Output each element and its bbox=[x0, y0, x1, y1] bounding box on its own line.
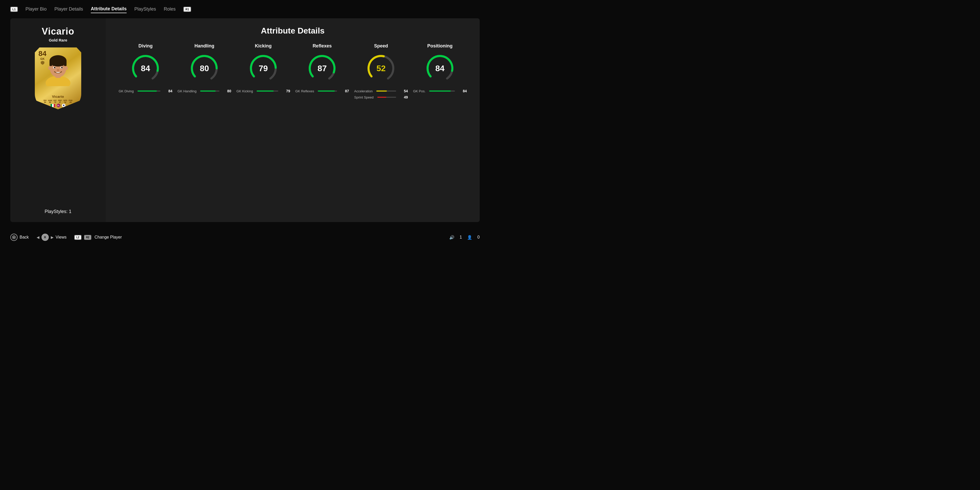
sound-count: 1 bbox=[460, 235, 462, 240]
svg-point-9 bbox=[61, 67, 63, 68]
sub-attr-gk-pos: GK Pos. 84 bbox=[413, 89, 467, 93]
r1-badge[interactable]: R1 bbox=[183, 7, 191, 12]
right-panel: Attribute Details Diving 84 GK Diving bbox=[106, 18, 480, 222]
sub-attr-gk-diving: GK Diving 84 bbox=[119, 89, 172, 93]
card-player-name: Vicario bbox=[52, 95, 64, 99]
main-content: Vicario Gold Rare 84 GK bbox=[10, 18, 480, 222]
card-stat-kic-value: 79 bbox=[54, 101, 56, 103]
sub-attr-name-gk-kicking: GK Kicking bbox=[237, 89, 253, 93]
r2-badge: R2 bbox=[84, 235, 92, 240]
gauge-value-handling: 80 bbox=[200, 64, 209, 73]
person-icon: 👤 bbox=[467, 235, 472, 240]
player-name: Vicario bbox=[42, 26, 74, 37]
right-arrow-icon: ▶ bbox=[51, 235, 54, 239]
gauge-value-kicking: 79 bbox=[259, 64, 268, 73]
back-button[interactable]: Back bbox=[10, 234, 29, 241]
change-player-button[interactable]: L2 R2 Change Player bbox=[74, 235, 122, 240]
card-stat-pos-value: 84 bbox=[70, 101, 72, 103]
diving-sub-attrs: GK Diving 84 bbox=[119, 89, 172, 93]
sub-attr-name-gk-pos: GK Pos. bbox=[413, 89, 426, 93]
card-stat-spd-value: 52 bbox=[64, 101, 66, 103]
tab-player-bio[interactable]: Player Bio bbox=[25, 5, 47, 13]
gauge-diving: 84 bbox=[130, 53, 161, 84]
italy-flag-icon bbox=[51, 104, 55, 107]
sound-icon: 🔊 bbox=[449, 235, 454, 240]
card-stat-ref: REF 87 bbox=[58, 100, 62, 103]
l2-badge: L2 bbox=[74, 235, 81, 240]
sub-attr-name-gk-diving: GK Diving bbox=[119, 89, 134, 93]
playstyles-text: PlayStyles: 1 bbox=[45, 209, 72, 214]
attr-col-diving: Diving 84 GK Diving 84 bbox=[119, 43, 172, 99]
player-face bbox=[43, 52, 73, 86]
gauge-handling: 80 bbox=[189, 53, 220, 84]
card-stat-pos: POS 84 bbox=[68, 100, 72, 103]
gauge-kicking: 79 bbox=[248, 53, 279, 84]
sub-attr-value-acceleration: 54 bbox=[402, 89, 408, 93]
bar-fill-gk-kicking bbox=[257, 91, 274, 92]
bar-track-gk-pos bbox=[429, 91, 455, 92]
left-arrow-icon: ◀ bbox=[37, 235, 40, 239]
handling-sub-attrs: GK Handling 80 bbox=[177, 89, 231, 93]
sub-attr-gk-handling: GK Handling 80 bbox=[177, 89, 231, 93]
svg-point-11 bbox=[65, 66, 68, 70]
sub-attr-value-gk-reflexes: 87 bbox=[343, 89, 349, 93]
bar-fill-gk-pos bbox=[429, 91, 451, 92]
svg-point-26 bbox=[13, 237, 15, 238]
sub-attr-name-gk-reflexes: GK Reflexes bbox=[295, 89, 314, 93]
navigation-bar: L1 Player Bio Player Details Attribute D… bbox=[0, 0, 490, 18]
sub-attr-value-gk-kicking: 79 bbox=[284, 89, 290, 93]
card-stat-han-value: 80 bbox=[49, 101, 51, 103]
attr-col-positioning: Positioning 84 GK Pos. 84 bbox=[413, 43, 467, 99]
bar-track-acceleration bbox=[376, 91, 396, 92]
l1-badge[interactable]: L1 bbox=[10, 7, 18, 12]
sub-attr-value-sprint-speed: 49 bbox=[402, 95, 408, 99]
svg-rect-4 bbox=[49, 61, 52, 66]
tab-player-details[interactable]: Player Details bbox=[54, 5, 83, 13]
bottom-bar: Back ◀ R ▶ Views L2 R2 Change Player 🔊 1… bbox=[0, 229, 490, 245]
bar-track-gk-reflexes bbox=[318, 91, 337, 92]
card-stat-div-label: DIV bbox=[44, 100, 47, 101]
sub-attr-value-gk-pos: 84 bbox=[461, 89, 467, 93]
card-stat-kic-label: KIC bbox=[54, 100, 57, 101]
sub-attr-acceleration: Acceleration 54 bbox=[354, 89, 408, 93]
gauge-reflexes: 87 bbox=[307, 53, 337, 84]
bar-track-gk-handling bbox=[200, 91, 220, 92]
gauge-value-positioning: 84 bbox=[435, 64, 445, 73]
views-control[interactable]: ◀ R ▶ Views bbox=[37, 234, 67, 241]
sub-attr-name-acceleration: Acceleration bbox=[354, 89, 373, 93]
svg-point-12 bbox=[57, 69, 59, 71]
card-stat-spd: SPD 52 bbox=[64, 100, 67, 103]
attr-col-speed: Speed 52 Acceleration 54 bbox=[354, 43, 408, 99]
views-label: Views bbox=[56, 235, 67, 240]
attribute-details-title: Attribute Details bbox=[119, 26, 467, 36]
gauge-value-diving: 84 bbox=[141, 64, 150, 73]
sub-attr-value-gk-diving: 84 bbox=[166, 89, 172, 93]
tab-attribute-details[interactable]: Attribute Details bbox=[91, 5, 127, 13]
positioning-sub-attrs: GK Pos. 84 bbox=[413, 89, 467, 93]
bar-fill-sprint-speed bbox=[377, 97, 387, 98]
player-card: 84 GK bbox=[35, 48, 81, 109]
team-icon bbox=[62, 104, 65, 107]
card-stat-pos-label: POS bbox=[68, 100, 72, 101]
attr-col-handling: Handling 80 GK Handling 80 bbox=[177, 43, 231, 99]
player-rarity: Gold Rare bbox=[49, 38, 67, 42]
sub-attr-gk-kicking: GK Kicking 79 bbox=[237, 89, 290, 93]
r-badge-label: R bbox=[44, 236, 46, 239]
card-stat-han-label: HAN bbox=[48, 100, 52, 101]
sub-attr-value-gk-handling: 80 bbox=[225, 89, 231, 93]
card-stat-han: HAN 80 bbox=[48, 100, 52, 103]
bar-fill-gk-handling bbox=[200, 91, 216, 92]
bar-track-gk-kicking bbox=[257, 91, 278, 92]
card-stat-ref-value: 87 bbox=[59, 101, 61, 103]
r-badge-icon: R bbox=[41, 234, 49, 241]
tab-roles[interactable]: Roles bbox=[164, 5, 176, 13]
bar-fill-gk-diving bbox=[137, 91, 157, 92]
attributes-grid: Diving 84 GK Diving 84 bbox=[119, 43, 467, 99]
bottom-right-info: 🔊 1 👤 0 bbox=[449, 235, 480, 240]
gauge-positioning: 84 bbox=[425, 53, 455, 84]
tab-playstyles[interactable]: PlayStyles bbox=[134, 5, 156, 13]
gauge-value-speed: 52 bbox=[377, 64, 386, 73]
sub-attr-name-gk-handling: GK Handling bbox=[177, 89, 197, 93]
card-stats-row: DIV 84 HAN 80 KIC 79 REF 87 SPD 52 bbox=[44, 100, 72, 103]
change-player-label: Change Player bbox=[94, 235, 122, 240]
